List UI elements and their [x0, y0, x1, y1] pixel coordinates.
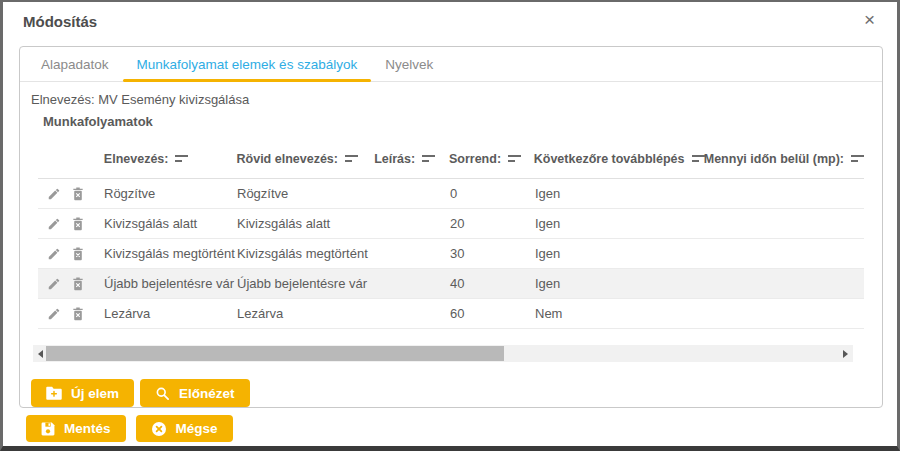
table-row-highlighted: Újabb bejelentésre vár Újabb bejelentésr… — [38, 269, 864, 299]
cell-short-name: Lezárva — [237, 306, 375, 321]
cell-next-step: Igen — [535, 216, 705, 231]
sort-lines-icon[interactable] — [422, 154, 435, 163]
folder-plus-icon — [46, 386, 62, 400]
entity-name-label: Elnevezés: MV Esemény kivizsgálása — [31, 92, 874, 107]
cell-order: 60 — [450, 306, 535, 321]
trash-icon[interactable] — [72, 187, 84, 201]
pencil-icon[interactable] — [47, 187, 61, 201]
section-title: Munkafolyamatok — [43, 114, 874, 129]
cell-order: 40 — [450, 276, 535, 291]
dialog-footer: Mentés Mégse — [26, 415, 233, 442]
save-button[interactable]: Mentés — [26, 415, 126, 442]
close-icon[interactable]: × — [864, 10, 875, 29]
table-header-row: Elnevezés: Rövid elnevezés: Leírás: Sorr… — [38, 139, 864, 179]
tab-alapadatok[interactable]: Alapadatok — [27, 47, 123, 81]
tab-munkafolyamat-elemek[interactable]: Munkafolyamat elemek és szabályok — [123, 47, 372, 81]
horizontal-scrollbar[interactable] — [33, 345, 853, 362]
column-header-order: Sorrend: — [449, 152, 501, 166]
column-header-time-limit: Mennyi időn belül (mp): — [704, 152, 844, 166]
new-item-button[interactable]: Új elem — [31, 379, 134, 407]
cancel-button[interactable]: Mégse — [136, 415, 233, 442]
scroll-left-arrow-icon[interactable] — [38, 350, 43, 358]
sort-lines-icon[interactable] — [692, 154, 705, 163]
cell-order: 30 — [450, 246, 535, 261]
cell-name: Kivizsgálás alatt — [104, 216, 237, 231]
modification-dialog: Módosítás × Alapadatok Munkafolyamat ele… — [0, 0, 900, 451]
cell-name: Kivizsgálás megtörtént — [104, 246, 237, 261]
tab-nyelvek[interactable]: Nyelvek — [371, 47, 447, 81]
trash-icon[interactable] — [72, 217, 84, 231]
tab-panel: Alapadatok Munkafolyamat elemek és szabá… — [19, 46, 883, 408]
cell-name: Rögzítve — [104, 186, 237, 201]
sort-lines-icon[interactable] — [175, 154, 188, 163]
column-header-short-name: Rövid elnevezés: — [237, 152, 338, 166]
scrollbar-thumb[interactable] — [46, 346, 504, 361]
preview-button[interactable]: Előnézet — [140, 379, 250, 407]
trash-icon[interactable] — [72, 307, 84, 321]
cell-next-step: Nem — [535, 306, 705, 321]
cell-short-name: Kivizsgálás alatt — [237, 216, 375, 231]
table-row: Kivizsgálás alatt Kivizsgálás alatt 20 I… — [38, 209, 864, 239]
cell-next-step: Igen — [535, 246, 705, 261]
pencil-icon[interactable] — [47, 247, 61, 261]
cell-name: Lezárva — [104, 306, 237, 321]
tab-content: Elnevezés: MV Esemény kivizsgálása Munka… — [20, 82, 882, 407]
cell-next-step: Igen — [535, 186, 705, 201]
pencil-icon[interactable] — [47, 217, 61, 231]
table-row: Lezárva Lezárva 60 Nem — [38, 299, 864, 329]
trash-icon[interactable] — [72, 247, 84, 261]
sort-lines-icon[interactable] — [851, 154, 864, 163]
table-toolbar: Új elem Előnézet — [31, 379, 874, 407]
tab-bar: Alapadatok Munkafolyamat elemek és szabá… — [20, 47, 882, 82]
cell-next-step: Igen — [535, 276, 705, 291]
cell-order: 0 — [450, 186, 535, 201]
sort-lines-icon[interactable] — [345, 154, 358, 163]
dialog-title: Módosítás — [23, 13, 97, 30]
sort-lines-icon[interactable] — [508, 154, 521, 163]
magnifier-icon — [155, 386, 170, 401]
floppy-disk-icon — [41, 422, 55, 436]
column-header-name: Elnevezés: — [104, 152, 169, 166]
circle-x-icon — [151, 421, 167, 437]
cell-short-name: Újabb bejelentésre vár — [237, 276, 375, 291]
scroll-right-arrow-icon[interactable] — [843, 350, 848, 358]
pencil-icon[interactable] — [47, 277, 61, 291]
table-row: Kivizsgálás megtörtént Kivizsgálás megtö… — [38, 239, 864, 269]
column-header-description: Leírás: — [374, 152, 415, 166]
pencil-icon[interactable] — [47, 307, 61, 321]
column-header-next-step: Következőre továbblépés — [534, 152, 685, 166]
cell-short-name: Rögzítve — [237, 186, 375, 201]
cell-short-name: Kivizsgálás megtörtént — [237, 246, 375, 261]
cell-order: 20 — [450, 216, 535, 231]
table-row: Rögzítve Rögzítve 0 Igen — [38, 179, 864, 209]
cell-name: Újabb bejelentésre vár — [104, 276, 237, 291]
workflow-table: Elnevezés: Rövid elnevezés: Leírás: Sorr… — [38, 139, 864, 329]
trash-icon[interactable] — [72, 277, 84, 291]
